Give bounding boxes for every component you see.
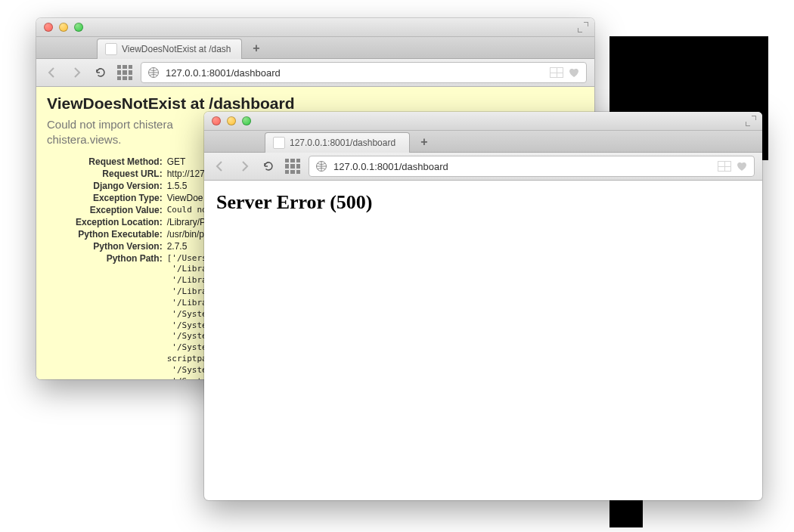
error-heading: ViewDoesNotExist at /dashboard [47, 94, 584, 113]
reload-button[interactable] [92, 64, 109, 81]
back-button[interactable] [212, 158, 228, 175]
error-subtitle-line: Could not import chistera [47, 118, 173, 131]
page-content: Server Error (500) [204, 181, 762, 500]
globe-icon [147, 66, 160, 79]
error-subtitle-line: chistera.views. [47, 133, 121, 146]
traffic-lights [212, 116, 251, 125]
url-text: 127.0.0.1:8001/dashboard [166, 67, 544, 79]
bookmark-heart-icon[interactable] [568, 66, 580, 79]
meta-label: Exception Location: [76, 216, 167, 228]
meta-label: Python Version: [76, 240, 167, 252]
globe-icon [315, 160, 327, 172]
browser-window-500: 127.0.0.1:8001/dashboard + 127.0.0.1:800… [204, 112, 762, 500]
tab-title: 127.0.0.1:8001/dashboard [290, 138, 395, 148]
window-titlebar [36, 18, 594, 37]
zoom-window-button[interactable] [74, 23, 83, 32]
fullscreen-icon[interactable] [746, 116, 756, 126]
error-meta-table: Request Method: GET Request URL: http://… [76, 156, 212, 380]
server-error-heading: Server Error (500) [216, 191, 750, 214]
apps-button[interactable] [284, 158, 301, 175]
minimize-window-button[interactable] [227, 116, 236, 125]
url-text: 127.0.0.1:8001/dashboard [333, 161, 712, 172]
meta-label: Django Version: [76, 180, 167, 192]
arrow-left-icon [214, 160, 226, 172]
speed-dial-icon[interactable] [550, 67, 563, 78]
fullscreen-icon[interactable] [578, 22, 588, 32]
reload-icon [262, 160, 274, 172]
server-error-body: Server Error (500) [204, 181, 762, 224]
browser-tab[interactable]: 127.0.0.1:8001/dashboard [265, 132, 410, 153]
speed-dial-icon[interactable] [718, 161, 731, 172]
address-bar[interactable]: 127.0.0.1:8001/dashboard [141, 62, 587, 83]
tab-favicon [105, 43, 117, 55]
browser-tab[interactable]: ViewDoesNotExist at /dash [97, 39, 242, 59]
minimize-window-button[interactable] [59, 23, 68, 32]
tab-strip: ViewDoesNotExist at /dash + [36, 37, 594, 59]
meta-label: Request URL: [76, 168, 167, 180]
new-tab-button[interactable]: + [247, 40, 266, 57]
zoom-window-button[interactable] [242, 116, 251, 125]
meta-label: Exception Value: [76, 204, 167, 216]
meta-label: Python Executable: [76, 228, 167, 240]
meta-label: Request Method: [76, 156, 167, 168]
meta-label: Exception Type: [76, 192, 167, 204]
bookmark-heart-icon[interactable] [736, 160, 748, 172]
browser-toolbar: 127.0.0.1:8001/dashboard [204, 153, 762, 181]
arrow-right-icon [70, 66, 82, 79]
forward-button[interactable] [68, 64, 85, 81]
arrow-left-icon [46, 66, 58, 79]
grid-icon [117, 65, 132, 80]
forward-button[interactable] [236, 158, 253, 175]
new-tab-button[interactable]: + [414, 134, 434, 150]
grid-icon [285, 159, 300, 174]
arrow-right-icon [238, 160, 250, 172]
reload-icon [95, 66, 107, 79]
browser-toolbar: 127.0.0.1:8001/dashboard [36, 59, 594, 87]
close-window-button[interactable] [44, 23, 53, 32]
apps-button[interactable] [116, 64, 133, 81]
window-titlebar [204, 112, 762, 131]
tab-favicon [273, 137, 285, 149]
back-button[interactable] [44, 64, 60, 81]
address-bar[interactable]: 127.0.0.1:8001/dashboard [309, 156, 755, 177]
meta-label: Python Path: [76, 252, 167, 380]
tab-strip: 127.0.0.1:8001/dashboard + [204, 131, 762, 153]
traffic-lights [44, 23, 83, 32]
tab-title: ViewDoesNotExist at /dash [122, 44, 231, 54]
reload-button[interactable] [260, 158, 277, 175]
close-window-button[interactable] [212, 116, 221, 125]
